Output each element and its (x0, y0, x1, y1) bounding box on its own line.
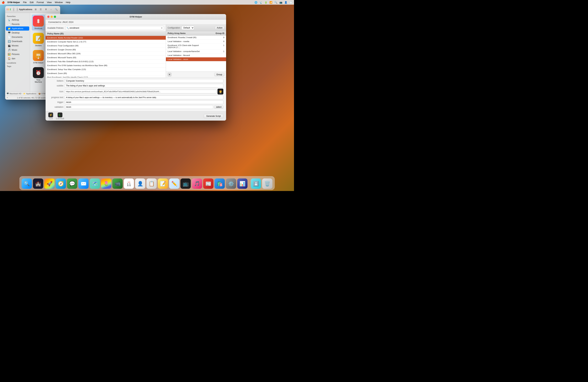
view-icon-grid[interactable]: ⊞ (33, 8, 38, 11)
menubar-screen-icon[interactable]: 📺 (279, 1, 282, 4)
dock-appletv[interactable]: 📺 (181, 178, 191, 189)
sym-validation-input[interactable] (65, 105, 213, 109)
sym-search-input[interactable] (70, 27, 160, 29)
menubar-help[interactable]: Help (64, 1, 72, 4)
path-macintosh-hd[interactable]: 🖥️ Macintosh HD (6, 93, 21, 95)
policy-row-8[interactable]: Enrollment: Setup Your Mac Complete (115… (45, 68, 166, 72)
finder-app-stickies[interactable]: 📝 Stickies (32, 32, 45, 48)
menubar-search-icon[interactable]: 🔍 (274, 1, 277, 4)
sym-add-item-button[interactable]: + (168, 73, 171, 76)
view-icon-list[interactable]: ☰ (39, 8, 43, 11)
finder-back-button[interactable]: ‹ (13, 8, 14, 11)
sidebar-item-documents[interactable]: 📄 Documents (6, 35, 29, 39)
sym-maximize-button[interactable] (54, 16, 56, 18)
dock-systemprefs[interactable]: ⚙️ (226, 178, 236, 189)
finder-app-shortcuts[interactable]: Shortcuts (32, 15, 45, 30)
dock-trash[interactable]: 🗑️ (262, 178, 273, 189)
sym-icon-input[interactable] (65, 90, 216, 94)
dock-messages[interactable]: 💬 (67, 178, 77, 189)
menubar-file[interactable]: File (22, 1, 28, 4)
array-row-1[interactable]: Local Validation - rosetta 0 (166, 39, 226, 43)
path-applications[interactable]: 📁 Applications (23, 93, 36, 95)
dock-appstore[interactable]: 🛍️ (214, 178, 225, 189)
policy-row-3[interactable]: Enrollment: Google Chrome (80) (45, 48, 166, 52)
policy-row-10[interactable]: Post-Enrollment: Jamf Pro Health Check (… (45, 76, 166, 77)
menubar-app-name[interactable]: SYM-Helper (6, 1, 21, 4)
finder-app-timemachine[interactable]: ⏰ Time Machine (32, 66, 45, 84)
dock-safari[interactable]: 🧭 (56, 178, 66, 189)
sidebar-item-dan[interactable]: 🏠 dan (6, 57, 29, 61)
window-minimize-button[interactable] (8, 8, 9, 10)
menubar-wifi-icon[interactable]: 📶 (269, 1, 272, 4)
dock-freeform[interactable]: ✏️ (169, 178, 180, 189)
apple-menu-icon[interactable]: 🍎 (2, 1, 5, 4)
sidebar-item-music[interactable]: 🎵 Music (6, 48, 29, 52)
menubar-format[interactable]: Format (35, 1, 45, 4)
dock-music[interactable]: 🎵 (192, 178, 202, 189)
sym-subtitle-input[interactable] (65, 84, 223, 88)
finder-app-sym-helper[interactable]: SYM-Helper (32, 49, 45, 65)
sym-minimize-button[interactable] (51, 16, 53, 18)
array-row-0[interactable]: Enrollment: Rosetta 2 Install (95) 0 (166, 36, 226, 39)
menubar-window[interactable]: Window (53, 1, 64, 4)
dock-keynote[interactable]: 📊 (237, 178, 248, 189)
menubar-user-icon[interactable]: 👤 (284, 1, 287, 4)
policy-row-4[interactable]: Enrollment: Microsoft Office 365 (104) (45, 52, 166, 56)
menubar-battery-icon[interactable]: 🔋 (264, 1, 267, 4)
sym-group-button[interactable]: Group (214, 73, 224, 76)
array-row-5[interactable]: Local Validation - recon (166, 57, 226, 61)
sym-trigger-input[interactable] (65, 100, 223, 104)
sidebar-item-recents[interactable]: 🕐 Recents (6, 22, 29, 26)
dock-notes[interactable]: 📝 (158, 178, 168, 189)
policy-row-6[interactable]: Enrollment: Palo Alto GlobalProtect (6.0… (45, 60, 166, 64)
sym-validation-select-button[interactable]: select (214, 105, 223, 109)
menubar-edit[interactable]: Edit (28, 1, 35, 4)
dock-photos[interactable]: 🌷 (101, 178, 111, 189)
dock-finder[interactable]: 🔍 (22, 178, 32, 189)
policy-row-1[interactable]: Enrollment: Computer Name Set (1.1.4) (7… (45, 40, 166, 44)
finder-forward-button[interactable]: › (17, 8, 18, 11)
dock-news[interactable]: 📰 (203, 178, 213, 189)
more-icon[interactable]: › (49, 8, 53, 11)
policy-row-9[interactable]: Enrollment: Zoom (85) (45, 72, 166, 76)
array-row-4[interactable]: Local Validation - filevault (166, 53, 226, 57)
dock-mail[interactable]: ✉️ (78, 178, 89, 189)
menubar-view[interactable]: View (45, 1, 53, 4)
dock-maps[interactable]: 🗺️ (90, 178, 100, 189)
dock-reminders[interactable]: 📋 (147, 178, 157, 189)
dock-launchpad[interactable]: 🚀 (44, 178, 55, 189)
search-icon[interactable]: 🔍 (54, 8, 59, 11)
sym-close-button[interactable] (47, 16, 49, 18)
array-row-2[interactable]: Enrollment: ICS Client-side Support (202… (166, 43, 226, 49)
sym-progress-input[interactable] (65, 96, 223, 99)
sym-search-clear-button[interactable]: ✕ (161, 27, 163, 29)
statusbar-close-btn[interactable]: ✕ (6, 96, 8, 99)
menubar-globe-icon[interactable]: 🌐 (254, 1, 257, 4)
dock-calendar[interactable]: JUN 11 (124, 178, 134, 189)
sym-generate-script-button[interactable]: Generate Script (204, 114, 223, 118)
dock-facetime[interactable]: 📹 (112, 178, 123, 189)
sym-action-button[interactable]: Action (215, 26, 224, 30)
sym-icon-preview-btn[interactable]: 🤵 (217, 89, 223, 95)
window-maximize-button[interactable] (10, 8, 11, 10)
dock-castle[interactable]: 🏰 (33, 178, 43, 189)
sidebar-item-pictures[interactable]: 🖼️ Pictures (6, 52, 29, 56)
policy-row-0[interactable]: Enrollment: Adobe Acrobat Reader (102) (45, 36, 166, 40)
menubar-network-icon[interactable]: 📡 (259, 1, 262, 4)
array-row-3[interactable]: Local Validation - computerNameSet 1 (166, 49, 226, 53)
sidebar-item-applications[interactable]: 📁 Applications (6, 26, 29, 31)
sidebar-label-movies: Movies (12, 44, 19, 47)
policy-row-5[interactable]: Enrollment: Microsoft Teams (83) (45, 56, 166, 60)
sidebar-item-desktop[interactable]: 🖥️ Desktop (6, 31, 29, 35)
window-close-button[interactable] (7, 8, 7, 10)
sym-listitem-input[interactable] (65, 79, 223, 83)
dock-downloads[interactable]: ⬇️ (251, 178, 261, 189)
sidebar-item-movies[interactable]: 🎬 Movies (6, 44, 29, 48)
sidebar-item-airdrop[interactable]: 📡 AirDrop (6, 18, 29, 22)
policy-row-7[interactable]: Enrollment: Pre-SYM Update Inventory via… (45, 64, 166, 68)
sym-config-select[interactable]: Default (182, 26, 194, 30)
policy-row-2[interactable]: Enrollment: Final Configuration (99) (45, 44, 166, 48)
sidebar-item-downloads[interactable]: ⬇️ Downloads (6, 39, 29, 43)
share-icon[interactable]: ⬆ (44, 8, 48, 11)
dock-contacts[interactable]: 👤 (135, 178, 146, 189)
